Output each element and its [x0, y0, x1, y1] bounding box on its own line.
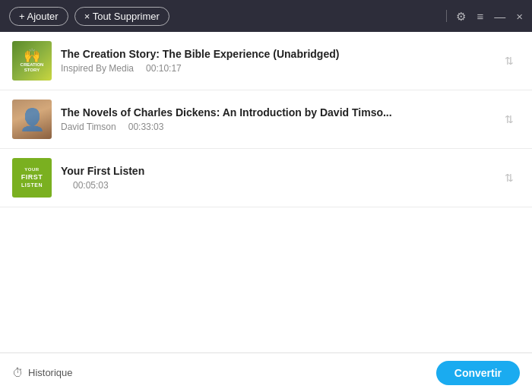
track-info: The Novels of Charles Dickens: An Introd…: [61, 106, 489, 132]
menu-icon[interactable]: ≡: [477, 11, 483, 22]
track-duration: 00:33:03: [128, 122, 164, 132]
clear-all-button[interactable]: × Tout Supprimer: [74, 7, 169, 26]
creation-figure: 🙌: [24, 49, 40, 62]
close-icon[interactable]: ×: [516, 11, 523, 22]
track-duration: 00:05:03: [73, 180, 109, 191]
thumb-dickens: 👤: [12, 100, 52, 139]
track-thumbnail: 👤: [12, 100, 52, 139]
track-item: Your first LISTEN Your First Listen 00:0…: [0, 149, 532, 207]
thumb-creation-story: 🙌 CREATIONSTORY: [12, 41, 52, 81]
bottom-bar: ⏱ Historique Convertir: [0, 352, 532, 392]
track-meta: 00:05:03: [61, 180, 489, 191]
minimize-icon[interactable]: —: [494, 11, 505, 22]
track-item: 🙌 CREATIONSTORY The Creation Story: The …: [0, 32, 532, 90]
dickens-inner: 👤: [12, 100, 52, 139]
track-title: The Creation Story: The Bible Experience…: [61, 48, 489, 60]
creation-text: CREATIONSTORY: [21, 62, 44, 73]
titlebar-divider: [446, 10, 447, 22]
dickens-figure: 👤: [19, 107, 46, 132]
title-bar: + Ajouter × Tout Supprimer ⚙ ≡ — ×: [0, 0, 532, 32]
track-meta: Inspired By Media 00:10:17: [61, 63, 489, 74]
track-info: Your First Listen 00:05:03: [61, 165, 489, 191]
track-sort-icon[interactable]: [499, 50, 520, 71]
track-item: 👤 The Novels of Charles Dickens: An Intr…: [0, 90, 532, 149]
track-title: Your First Listen: [61, 165, 489, 177]
history-label: Historique: [28, 367, 73, 378]
convert-button[interactable]: Convertir: [436, 361, 520, 385]
listen-text: Your first LISTEN: [21, 167, 43, 189]
track-sort-icon[interactable]: [499, 167, 520, 188]
track-meta: David Timson 00:33:03: [61, 122, 489, 132]
track-info: The Creation Story: The Bible Experience…: [61, 48, 489, 74]
track-list: 🙌 CREATIONSTORY The Creation Story: The …: [0, 32, 532, 352]
track-author: David Timson: [61, 122, 116, 132]
track-thumbnail: 🙌 CREATIONSTORY: [12, 41, 52, 81]
track-title: The Novels of Charles Dickens: An Introd…: [61, 106, 489, 119]
thumb-listen: Your first LISTEN: [12, 158, 52, 198]
add-button[interactable]: + Ajouter: [9, 7, 68, 26]
window-controls: ⚙ ≡ — ×: [456, 11, 523, 22]
history-link[interactable]: ⏱ Historique: [12, 366, 73, 379]
track-author: Inspired By Media: [61, 63, 134, 74]
track-thumbnail: Your first LISTEN: [12, 158, 52, 198]
track-sort-icon[interactable]: [499, 109, 520, 130]
history-icon: ⏱: [12, 366, 24, 379]
settings-icon[interactable]: ⚙: [456, 11, 466, 22]
track-duration: 00:10:17: [146, 63, 182, 74]
